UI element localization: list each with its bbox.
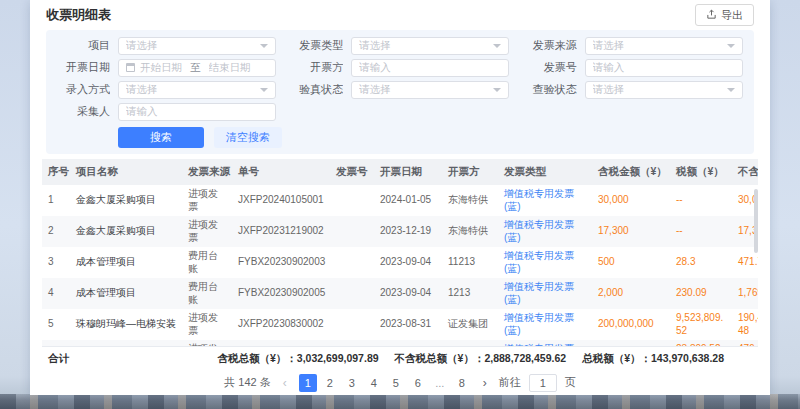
cell-type: 增值税专用发票(蓝) xyxy=(498,247,592,278)
goto-page-input[interactable] xyxy=(529,374,557,392)
cell-doc_no: JXFP20230830002 xyxy=(232,309,330,340)
cell-source: 进项发票 xyxy=(182,309,232,340)
cell-date: 2024-01-05 xyxy=(374,185,442,216)
cell-invoice_no xyxy=(330,216,374,247)
cell-tax: 230.09 xyxy=(670,278,732,309)
cell-date: 2023-09-04 xyxy=(374,247,442,278)
cell-issuer: 东海特供 xyxy=(442,216,498,247)
cell-no: 1 xyxy=(42,185,70,216)
table-row: 2金鑫大厦采购项目进项发票JXFP202312190022023-12-19东海… xyxy=(42,216,758,247)
search-button[interactable]: 搜索 xyxy=(118,127,204,148)
cell-amount_with_tax: 2,000 xyxy=(592,278,670,309)
invoice-detail-panel: 收票明细表 导出 项目 请选择 发票类型 请选择 xyxy=(30,0,770,395)
table-row: 4成本管理项目费用台账FYBX202309020052023-09-041213… xyxy=(42,278,758,309)
invoice-type-select[interactable]: 请选择 xyxy=(351,37,509,55)
vertical-scrollbar[interactable] xyxy=(754,189,758,253)
invoice-date-range-picker[interactable]: 开始日期 至 结束日期 xyxy=(118,59,276,77)
cell-date: 2023-12-19 xyxy=(374,216,442,247)
page-button-6[interactable]: 6 xyxy=(409,374,427,392)
check-status-select[interactable]: 请选择 xyxy=(585,81,743,99)
issuer-input[interactable]: 请输入 xyxy=(351,59,509,77)
page-title: 收票明细表 xyxy=(46,6,111,24)
cell-date: 2023-08-31 xyxy=(374,340,442,346)
filter-field-invoice-date: 开票日期 开始日期 至 结束日期 xyxy=(52,58,281,77)
cell-issuer: 1213 xyxy=(442,278,498,309)
cell-doc_no: FYBX20230902005 xyxy=(232,278,330,309)
clear-search-button[interactable]: 清空搜索 xyxy=(214,127,282,148)
project-select[interactable]: 请选择 xyxy=(118,37,276,55)
cell-project: 珠穆朗玛峰—电梯安装 xyxy=(70,340,182,346)
entry-method-select[interactable]: 请选择 xyxy=(118,81,276,99)
verify-status-select[interactable]: 请选择 xyxy=(351,81,509,99)
filter-field-check-status: 查验状态 请选择 xyxy=(519,80,748,99)
field-label: 发票类型 xyxy=(285,38,343,53)
cell-amount_with_tax: 200,000,000 xyxy=(592,309,670,340)
chevron-down-icon xyxy=(260,44,268,48)
page-button-5[interactable]: 5 xyxy=(387,374,405,392)
column-header-doc_no: 单号 xyxy=(232,159,330,185)
cell-invoice_no xyxy=(330,185,374,216)
cell-tax: -- xyxy=(670,216,732,247)
column-header-tax: 税额（¥） xyxy=(670,159,732,185)
filter-panel: 项目 请选择 发票类型 请选择 发票来源 请选择 xyxy=(46,30,754,154)
field-label: 发票号 xyxy=(519,60,577,75)
field-label: 项目 xyxy=(52,38,110,53)
table-header-row: 序号项目名称发票来源单号发票号开票日期开票方发票类型含税金额（¥）税额（¥）不含… xyxy=(42,159,758,185)
next-page-button[interactable]: › xyxy=(477,376,493,390)
chevron-down-icon xyxy=(493,88,501,92)
calendar-icon xyxy=(126,63,135,72)
cell-project: 珠穆朗玛峰—电梯安装 xyxy=(70,309,182,340)
title-bar: 收票明细表 导出 xyxy=(30,0,770,30)
cell-date: 2023-09-04 xyxy=(374,278,442,309)
export-button[interactable]: 导出 xyxy=(695,4,754,26)
chevron-down-icon xyxy=(727,88,735,92)
invoice-source-select[interactable]: 请选择 xyxy=(585,37,743,55)
field-label: 验真状态 xyxy=(285,82,343,97)
summary-values: 含税总额（¥）：3,032,699,097.89 不含税总额（¥）：2,888,… xyxy=(217,352,752,366)
goto-label: 前往 xyxy=(499,375,521,390)
page-button-2[interactable]: 2 xyxy=(321,374,339,392)
summary-row: 合计 含税总额（¥）：3,032,699,097.89 不含税总额（¥）：2,8… xyxy=(42,346,758,370)
prev-page-button[interactable]: ‹ xyxy=(277,376,293,390)
cell-issuer: 东海特供 xyxy=(442,185,498,216)
page-suffix: 页 xyxy=(565,375,576,390)
filter-field-issuer: 开票方 请输入 xyxy=(285,58,514,77)
cell-invoice_no xyxy=(330,309,374,340)
cell-source: 进项发票 xyxy=(182,185,232,216)
export-icon xyxy=(706,9,717,22)
cell-type: 增值税专用发票(蓝) xyxy=(498,185,592,216)
chevron-down-icon xyxy=(493,44,501,48)
cell-doc_no: JXFP20230831001 xyxy=(232,340,330,346)
cell-no: 2 xyxy=(42,216,70,247)
collector-input[interactable]: 请输入 xyxy=(118,103,276,121)
cell-type: 增值税专用发票(蓝) xyxy=(498,216,592,247)
cell-doc_no: JXFP20231219002 xyxy=(232,216,330,247)
column-header-invoice_no: 发票号 xyxy=(330,159,374,185)
cell-project: 金鑫大厦采购项目 xyxy=(70,216,182,247)
column-header-date: 开票日期 xyxy=(374,159,442,185)
cell-doc_no: JXFP20240105001 xyxy=(232,185,330,216)
page-button-1[interactable]: 1 xyxy=(299,374,317,392)
cell-project: 成本管理项目 xyxy=(70,278,182,309)
table-row: 6珠穆朗玛峰—电梯安装进项发票JXFP202308310012023-08-31… xyxy=(42,340,758,346)
pagination: 共 142 条 ‹ 123456...8 › 前往 页 xyxy=(30,370,770,395)
cell-project: 金鑫大厦采购项目 xyxy=(70,185,182,216)
cell-amount_with_tax: 500 xyxy=(592,247,670,278)
page-button-4[interactable]: 4 xyxy=(365,374,383,392)
cell-no: 4 xyxy=(42,278,70,309)
export-label: 导出 xyxy=(721,8,743,23)
page-button-8[interactable]: 8 xyxy=(453,374,471,392)
cell-type: 增值税专用发票(蓝) xyxy=(498,309,592,340)
column-header-amount_with_tax: 含税金额（¥） xyxy=(592,159,670,185)
page-button-3[interactable]: 3 xyxy=(343,374,361,392)
column-header-amount_without_tax: 不含税金额（¥） xyxy=(732,159,758,185)
filter-field-invoice-no: 发票号 请输入 xyxy=(519,58,748,77)
filter-grid: 项目 请选择 发票类型 请选择 发票来源 请选择 xyxy=(52,36,748,121)
cell-amount_without_tax: 1,769.91 xyxy=(732,278,758,309)
invoice-no-input[interactable]: 请输入 xyxy=(585,59,743,77)
cell-issuer: 建发集团 xyxy=(442,340,498,346)
filter-actions: 搜索 清空搜索 xyxy=(52,127,748,148)
field-label: 开票日期 xyxy=(52,60,110,75)
cell-invoice_no xyxy=(330,247,374,278)
cell-project: 成本管理项目 xyxy=(70,247,182,278)
